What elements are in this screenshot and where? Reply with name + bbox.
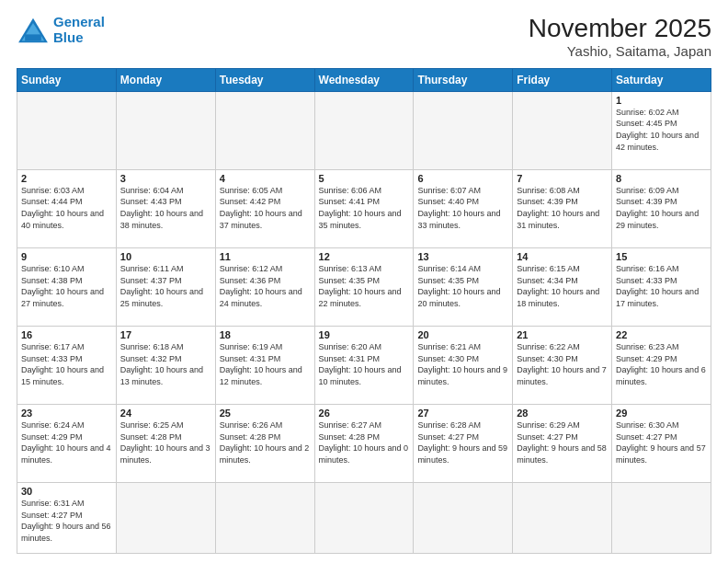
day-25: 25 Sunrise: 6:26 AMSunset: 4:28 PMDaylig… [215, 405, 314, 483]
day-1: 1 Sunrise: 6:02 AM Sunset: 4:45 PM Dayli… [612, 91, 711, 169]
logo-blue: Blue [53, 29, 84, 45]
day-4: 4 Sunrise: 6:05 AMSunset: 4:42 PMDayligh… [215, 169, 314, 247]
empty-cell [314, 91, 414, 169]
empty-cell [116, 483, 215, 554]
header-tuesday: Tuesday [215, 68, 314, 91]
day-11: 11 Sunrise: 6:12 AMSunset: 4:36 PMDaylig… [215, 247, 314, 326]
day-24: 24 Sunrise: 6:25 AMSunset: 4:28 PMDaylig… [116, 405, 215, 483]
day-18: 18 Sunrise: 6:19 AMSunset: 4:31 PMDaylig… [215, 327, 314, 405]
week-row-1: 1 Sunrise: 6:02 AM Sunset: 4:45 PM Dayli… [17, 91, 711, 169]
calendar-table: Sunday Monday Tuesday Wednesday Thursday… [17, 68, 711, 554]
title-block: November 2025 Yashio, Saitama, Japan [529, 15, 711, 59]
day-13: 13 Sunrise: 6:14 AMSunset: 4:35 PMDaylig… [414, 247, 513, 326]
logo-text: General Blue [53, 15, 105, 45]
day-8: 8 Sunrise: 6:09 AMSunset: 4:39 PMDayligh… [612, 169, 711, 247]
day-14: 14 Sunrise: 6:15 AMSunset: 4:34 PMDaylig… [513, 247, 612, 326]
day-9: 9 Sunrise: 6:10 AMSunset: 4:38 PMDayligh… [17, 247, 117, 326]
day-12: 12 Sunrise: 6:13 AMSunset: 4:35 PMDaylig… [314, 247, 414, 326]
day-7: 7 Sunrise: 6:08 AMSunset: 4:39 PMDayligh… [513, 169, 612, 247]
day-22: 22 Sunrise: 6:23 AMSunset: 4:29 PMDaylig… [612, 327, 711, 405]
empty-cell [314, 483, 414, 554]
calendar-subtitle: Yashio, Saitama, Japan [529, 43, 711, 59]
page: General Blue November 2025 Yashio, Saita… [0, 0, 728, 563]
day-16: 16 Sunrise: 6:17 AMSunset: 4:33 PMDaylig… [17, 327, 117, 405]
week-row-3: 9 Sunrise: 6:10 AMSunset: 4:38 PMDayligh… [17, 247, 711, 326]
week-row-6: 30 Sunrise: 6:31 AMSunset: 4:27 PMDaylig… [17, 483, 711, 554]
day-num-1: 1 [616, 95, 707, 106]
day-info-1: Sunrise: 6:02 AM Sunset: 4:45 PM Dayligh… [616, 107, 707, 153]
header-wednesday: Wednesday [314, 68, 414, 91]
empty-cell [513, 483, 612, 554]
day-20: 20 Sunrise: 6:21 AMSunset: 4:30 PMDaylig… [414, 327, 513, 405]
svg-rect-2 [25, 34, 41, 40]
week-row-4: 16 Sunrise: 6:17 AMSunset: 4:33 PMDaylig… [17, 327, 711, 405]
day-29: 29 Sunrise: 6:30 AMSunset: 4:27 PMDaylig… [612, 405, 711, 483]
day-23: 23 Sunrise: 6:24 AMSunset: 4:29 PMDaylig… [17, 405, 117, 483]
empty-cell [116, 91, 215, 169]
day-10: 10 Sunrise: 6:11 AMSunset: 4:37 PMDaylig… [116, 247, 215, 326]
day-2: 2 Sunrise: 6:03 AMSunset: 4:44 PMDayligh… [17, 169, 117, 247]
day-15: 15 Sunrise: 6:16 AMSunset: 4:33 PMDaylig… [612, 247, 711, 326]
weekday-header-row: Sunday Monday Tuesday Wednesday Thursday… [17, 68, 711, 91]
header-friday: Friday [513, 68, 612, 91]
day-19: 19 Sunrise: 6:20 AMSunset: 4:31 PMDaylig… [314, 327, 414, 405]
calendar-title: November 2025 [529, 15, 711, 43]
day-21: 21 Sunrise: 6:22 AMSunset: 4:30 PMDaylig… [513, 327, 612, 405]
empty-cell [414, 483, 513, 554]
day-28: 28 Sunrise: 6:29 AMSunset: 4:27 PMDaylig… [513, 405, 612, 483]
day-5: 5 Sunrise: 6:06 AMSunset: 4:41 PMDayligh… [314, 169, 414, 247]
logo: General Blue [17, 15, 105, 45]
header: General Blue November 2025 Yashio, Saita… [17, 15, 711, 59]
empty-cell [612, 483, 711, 554]
day-27: 27 Sunrise: 6:28 AMSunset: 4:27 PMDaylig… [414, 405, 513, 483]
day-26: 26 Sunrise: 6:27 AMSunset: 4:28 PMDaylig… [314, 405, 414, 483]
day-3: 3 Sunrise: 6:04 AMSunset: 4:43 PMDayligh… [116, 169, 215, 247]
header-sunday: Sunday [17, 68, 117, 91]
empty-cell [513, 91, 612, 169]
header-monday: Monday [116, 68, 215, 91]
day-17: 17 Sunrise: 6:18 AMSunset: 4:32 PMDaylig… [116, 327, 215, 405]
empty-cell [414, 91, 513, 169]
header-saturday: Saturday [612, 68, 711, 91]
header-thursday: Thursday [414, 68, 513, 91]
day-6: 6 Sunrise: 6:07 AMSunset: 4:40 PMDayligh… [414, 169, 513, 247]
empty-cell [215, 91, 314, 169]
empty-cell [215, 483, 314, 554]
logo-general: General [53, 14, 105, 29]
week-row-5: 23 Sunrise: 6:24 AMSunset: 4:29 PMDaylig… [17, 405, 711, 483]
logo-icon [17, 17, 50, 44]
empty-cell [17, 91, 117, 169]
day-30: 30 Sunrise: 6:31 AMSunset: 4:27 PMDaylig… [17, 483, 117, 554]
week-row-2: 2 Sunrise: 6:03 AMSunset: 4:44 PMDayligh… [17, 169, 711, 247]
